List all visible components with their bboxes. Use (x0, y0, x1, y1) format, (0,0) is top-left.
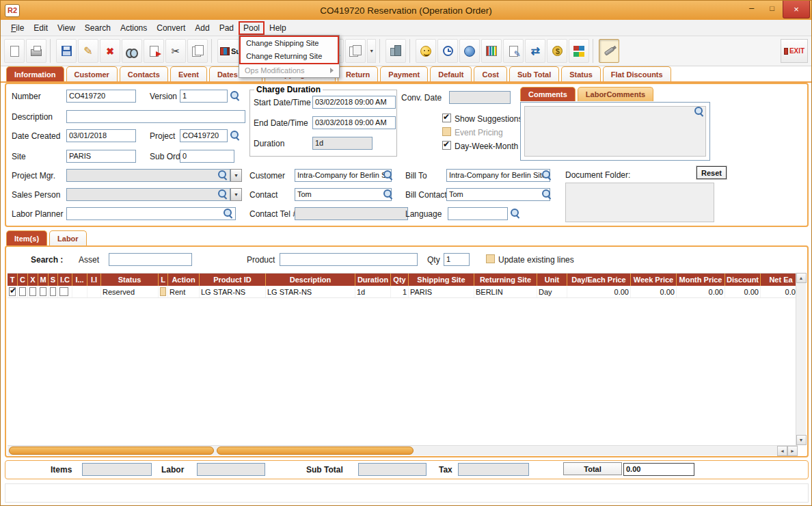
cell-product-id[interactable]: LG STAR-NS (200, 286, 266, 297)
description-field[interactable] (66, 110, 245, 123)
export-button[interactable] (144, 39, 164, 63)
cell-month-price[interactable]: 0.00 (677, 286, 725, 297)
billto-search-icon[interactable] (542, 170, 552, 180)
col-header-t[interactable]: T (8, 274, 18, 286)
exit-button[interactable]: EXIT (781, 39, 808, 63)
hscroll-thumb-left[interactable] (9, 447, 214, 455)
cell-l[interactable] (159, 286, 168, 297)
labor-planner-field[interactable] (66, 207, 236, 220)
customer-field[interactable]: Intra-Company for Berlin Site (295, 169, 392, 182)
cell-t[interactable] (8, 286, 18, 297)
cell-c[interactable] (18, 286, 28, 297)
l-checkbox[interactable] (160, 287, 166, 296)
col-header-s[interactable]: S (49, 274, 58, 286)
asset-search-input[interactable] (109, 253, 192, 266)
new-document-button[interactable] (4, 39, 25, 63)
col-header-x[interactable]: X (28, 274, 38, 286)
reset-button[interactable]: Reset (696, 166, 727, 179)
col-header-status[interactable]: Status (101, 274, 159, 286)
menu-actions[interactable]: Actions (116, 21, 152, 35)
menu-pool[interactable]: Pool Change Shipping Site Change Returni… (239, 21, 265, 35)
menu-file[interactable]: File (6, 21, 29, 35)
start-datetime-field[interactable]: 03/02/2018 09:00 AM (312, 96, 396, 109)
menu-edit[interactable]: Edit (29, 21, 53, 35)
history-button[interactable] (437, 39, 458, 63)
notes-button[interactable] (503, 39, 524, 63)
site-field[interactable]: PARIS (66, 150, 136, 163)
sites-button[interactable] (385, 39, 406, 63)
vertical-scrollbar[interactable]: ▲ ▼ (796, 273, 806, 445)
modules-button[interactable] (569, 39, 589, 63)
tab-return[interactable]: Return (338, 66, 378, 81)
cell-unit[interactable]: Day (537, 286, 567, 297)
version-search-icon[interactable] (230, 91, 240, 101)
end-datetime-field[interactable]: 03/03/2018 09:00 AM (312, 116, 396, 129)
tab-event[interactable]: Event (170, 66, 207, 81)
sub-orders-field[interactable]: 0 (180, 150, 234, 163)
web-button[interactable] (459, 39, 480, 63)
event-pricing-checkbox[interactable] (442, 127, 451, 136)
col-header-ic[interactable]: I.C (58, 274, 72, 286)
product-search-input[interactable] (280, 253, 418, 266)
finance-button[interactable] (547, 39, 567, 63)
comments-textarea[interactable] (524, 106, 706, 157)
bill-contact-search-icon[interactable] (542, 189, 552, 199)
sync-button[interactable] (525, 39, 545, 63)
cell-duration[interactable]: 1d (355, 286, 391, 297)
minimize-button[interactable]: – (742, 1, 761, 15)
print-button[interactable] (26, 39, 46, 63)
t-checkbox[interactable] (9, 287, 16, 296)
col-header-product-id[interactable]: Product ID (200, 274, 266, 286)
contact-search-icon[interactable] (383, 189, 393, 199)
col-header-day-each-price[interactable]: Day/Each Price (567, 274, 631, 286)
tab-labor[interactable]: Labor (49, 230, 87, 245)
menu-search[interactable]: Search (80, 21, 116, 35)
col-header-i[interactable]: I... (72, 274, 87, 286)
tab-labor-comments[interactable]: LaborComments (578, 87, 653, 101)
cell-week-price[interactable]: 0.00 (631, 286, 677, 297)
delete-button[interactable] (100, 39, 120, 63)
cell-action[interactable]: Rent (168, 286, 200, 297)
menu-item-ops-modifications[interactable]: Ops Modifications (239, 64, 339, 77)
number-field[interactable]: CO419720 (66, 90, 136, 103)
col-header-l[interactable]: L (159, 274, 168, 286)
copies-button[interactable] (345, 39, 366, 63)
bill-contact-field[interactable]: Tom (446, 188, 550, 201)
scroll-right-icon[interactable]: ► (787, 446, 798, 456)
col-header-week-price[interactable]: Week Price (631, 274, 677, 286)
menu-view[interactable]: View (53, 21, 80, 35)
col-header-c[interactable]: C (18, 274, 28, 286)
cell-i[interactable] (72, 286, 87, 297)
hscroll-thumb-right[interactable] (217, 447, 414, 455)
table-row[interactable]: Reserved Rent LG STAR-NS LG STAR-NS 1d 1… (8, 286, 798, 298)
col-header-net-each[interactable]: Net Ea (761, 274, 798, 286)
menu-help[interactable]: Help (265, 21, 291, 35)
labor-planner-search-icon[interactable] (224, 209, 233, 218)
project-mgr-field[interactable] (66, 169, 230, 182)
update-existing-lines-checkbox[interactable] (486, 254, 495, 263)
sales-person-field[interactable] (66, 188, 230, 201)
document-folder-box[interactable] (565, 183, 714, 222)
cell-status[interactable]: Reserved (101, 286, 159, 297)
close-button[interactable]: × (783, 1, 810, 18)
col-header-qty[interactable]: Qty (391, 274, 409, 286)
tab-customer[interactable]: Customer (66, 66, 118, 81)
catalog-button[interactable] (481, 39, 502, 63)
scroll-down-icon[interactable]: ▼ (796, 435, 807, 445)
m-checkbox[interactable] (40, 287, 46, 296)
col-header-unit[interactable]: Unit (537, 274, 567, 286)
col-header-returning-site[interactable]: Returning Site (474, 274, 537, 286)
project-field[interactable]: CO419720 (180, 129, 228, 142)
tab-items[interactable]: Item(s) (6, 230, 47, 245)
col-header-discount[interactable]: Discount (725, 274, 761, 286)
dwm-pricing-checkbox[interactable] (442, 141, 451, 150)
language-search-icon[interactable] (511, 209, 520, 218)
tab-comments[interactable]: Comments (520, 87, 576, 101)
cell-qty[interactable]: 1 (391, 286, 409, 297)
cell-day-each-price[interactable]: 0.00 (567, 286, 631, 297)
tab-cost[interactable]: Cost (474, 66, 506, 81)
comments-search-icon[interactable] (694, 107, 704, 116)
col-header-description[interactable]: Description (266, 274, 355, 286)
cell-net-each[interactable]: 0.00 (761, 286, 798, 297)
tab-default[interactable]: Default (430, 66, 472, 81)
